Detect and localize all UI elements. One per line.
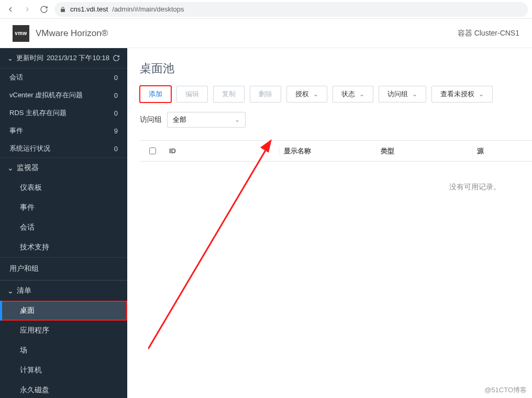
browser-toolbar: cns1.vdi.test/admin/#/main/desktops	[0, 0, 532, 19]
cluster-label: 容器 Cluster-CNS1	[458, 29, 519, 38]
nav-farms[interactable]: 场	[0, 340, 127, 360]
refresh-icon[interactable]	[113, 54, 120, 62]
nav-machines[interactable]: 计算机	[0, 360, 127, 380]
chevron-down-icon: ⌄	[7, 164, 14, 172]
product-name: VMware Horizon®	[36, 28, 108, 39]
nav-desktops[interactable]: 桌面	[0, 301, 127, 321]
stat-vcenter-vm-problems[interactable]: vCenter 虚拟机存在问题0	[0, 86, 127, 104]
view-unentitled-dropdown[interactable]: 查看未授权	[431, 86, 493, 103]
chevron-down-icon: ⌄	[7, 54, 13, 62]
nav-dashboard[interactable]: 仪表板	[0, 178, 127, 198]
main-content: 桌面池 添加 编辑 复制 删除 授权 状态 访问组 查看未授权 访问组 全部 I…	[127, 48, 532, 398]
brand: vmw VMware Horizon®	[13, 25, 108, 42]
forward-button[interactable]	[21, 3, 34, 16]
nav-sessions[interactable]: 会话	[0, 218, 127, 237]
section-inventory[interactable]: ⌄ 清单	[0, 280, 127, 301]
status-dropdown[interactable]: 状态	[332, 86, 373, 103]
update-time-row[interactable]: ⌄ 更新时间 2021/3/12 下午10:18	[0, 48, 127, 69]
access-group-select[interactable]: 全部	[167, 112, 246, 128]
col-type[interactable]: 类型	[376, 146, 472, 156]
nav-users-groups[interactable]: 用户和组	[0, 257, 127, 280]
filter-row: 访问组 全部	[140, 112, 532, 128]
col-display-name[interactable]: 显示名称	[279, 146, 375, 156]
add-button[interactable]: 添加	[140, 86, 171, 103]
col-id[interactable]: ID	[165, 147, 279, 155]
app-header: vmw VMware Horizon® 容器 Cluster-CNS1	[0, 19, 532, 48]
stat-system-health[interactable]: 系统运行状况0	[0, 140, 127, 157]
desktops-table: ID 显示名称 类型 源 没有可用记录。	[140, 140, 532, 329]
access-group-dropdown[interactable]: 访问组	[379, 86, 426, 103]
url-path: /admin/#/main/desktops	[112, 5, 184, 13]
section-monitor[interactable]: ⌄ 监视器	[0, 157, 127, 178]
edit-button[interactable]: 编辑	[176, 86, 208, 103]
update-time: 2021/3/12 下午10:18	[47, 53, 109, 63]
reload-button[interactable]	[38, 3, 50, 16]
stat-rds-host-problems[interactable]: RDS 主机存在问题0	[0, 104, 127, 122]
page-title: 桌面池	[140, 61, 532, 76]
lock-icon	[60, 6, 66, 13]
watermark: @51CTO博客	[484, 385, 527, 395]
select-all-checkbox[interactable]	[149, 147, 156, 154]
brand-logo: vmw	[13, 25, 29, 42]
chevron-down-icon: ⌄	[7, 287, 14, 295]
url-host: cns1.vdi.test	[70, 5, 108, 13]
delete-button[interactable]: 删除	[250, 86, 281, 103]
nav-persistent-disks[interactable]: 永久磁盘	[0, 380, 127, 398]
nav-events[interactable]: 事件	[0, 198, 127, 218]
empty-message: 没有可用记录。	[449, 183, 501, 329]
col-source[interactable]: 源	[472, 146, 532, 156]
toolbar: 添加 编辑 复制 删除 授权 状态 访问组 查看未授权	[140, 86, 532, 103]
col-checkbox	[140, 147, 165, 154]
table-body: 没有可用记录。	[140, 162, 532, 329]
update-prefix: 更新时间	[16, 53, 43, 63]
stat-sessions[interactable]: 会话0	[0, 69, 127, 86]
table-header: ID 显示名称 类型 源	[140, 141, 532, 162]
copy-button[interactable]: 复制	[213, 86, 245, 103]
nav-support[interactable]: 技术支持	[0, 237, 127, 257]
select-value: 全部	[173, 115, 186, 124]
filter-label: 访问组	[140, 115, 162, 124]
entitle-dropdown[interactable]: 授权	[286, 86, 327, 103]
back-button[interactable]	[4, 3, 17, 16]
address-bar[interactable]: cns1.vdi.test/admin/#/main/desktops	[54, 2, 528, 17]
sidebar: ⌄ 更新时间 2021/3/12 下午10:18 会话0 vCenter 虚拟机…	[0, 48, 127, 398]
nav-applications[interactable]: 应用程序	[0, 321, 127, 340]
stat-events[interactable]: 事件9	[0, 122, 127, 140]
